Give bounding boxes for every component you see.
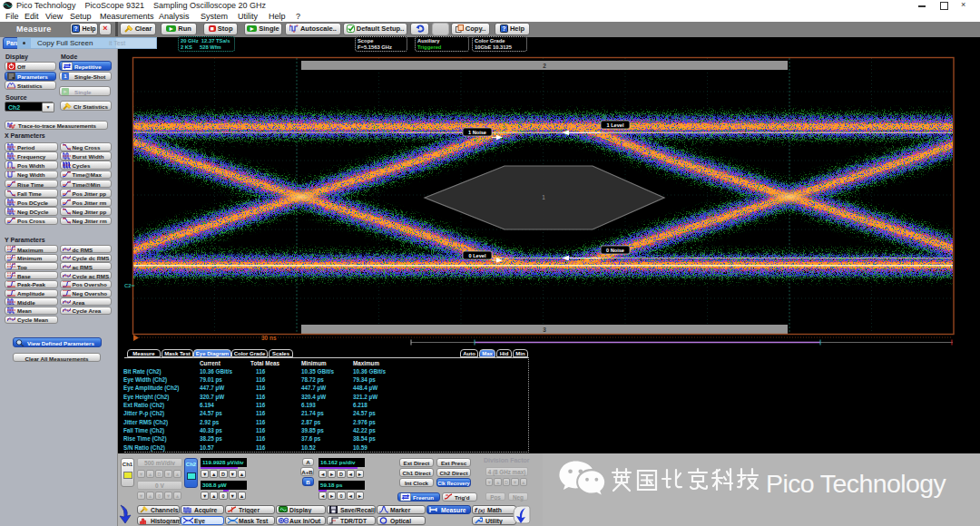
svg-text:30 ns: 30 ns: [261, 335, 277, 341]
svg-text:1 Noise: 1 Noise: [468, 130, 486, 135]
svg-text:3: 3: [543, 326, 546, 333]
svg-text:Pico Technology: Pico Technology: [766, 469, 946, 498]
svg-text:1: 1: [542, 194, 545, 200]
svg-text:1 Level: 1 Level: [607, 122, 624, 128]
svg-text:(x): (x): [478, 508, 485, 513]
svg-text:0 Level: 0 Level: [469, 253, 486, 258]
svg-text:?: ?: [74, 25, 78, 32]
svg-text:?: ?: [502, 25, 505, 32]
svg-text:0 Noise: 0 Noise: [606, 248, 624, 253]
svg-text:C2=: C2=: [124, 283, 135, 288]
svg-text:2: 2: [543, 63, 546, 69]
